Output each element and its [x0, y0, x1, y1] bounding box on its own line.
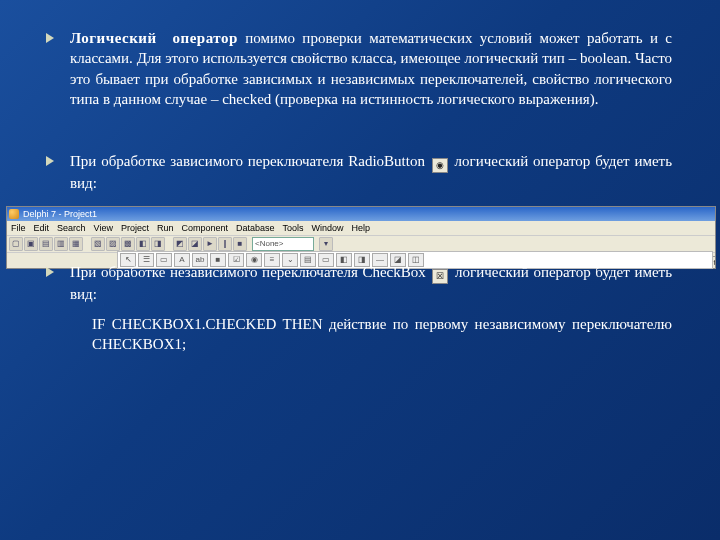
- toolbar-icon[interactable]: ◩: [173, 237, 187, 251]
- menu-database[interactable]: Database: [236, 221, 275, 235]
- menu-search[interactable]: Search: [57, 221, 86, 235]
- toolbar-icon[interactable]: ▨: [106, 237, 120, 251]
- toolbar-icon[interactable]: ‖: [218, 237, 232, 251]
- ide-menubar: FileEditSearchViewProjectRunComponentDat…: [7, 221, 715, 236]
- menu-component[interactable]: Component: [181, 221, 228, 235]
- code-line-2: IF CHECKBOX1.CHECKED THEN действие по пе…: [92, 314, 672, 355]
- radiobutton-icon: ◉: [432, 158, 448, 173]
- toolbar-icon[interactable]: ◨: [151, 237, 165, 251]
- checkbox-icon: ☒: [432, 269, 448, 284]
- toolbar-icon[interactable]: ▤: [39, 237, 53, 251]
- delphi-ide-screenshot: Delphi 7 - Project1 FileEditSearchViewPr…: [6, 206, 716, 269]
- menu-window[interactable]: Window: [312, 221, 344, 235]
- toolbar-icon[interactable]: ◧: [136, 237, 150, 251]
- menu-project[interactable]: Project: [121, 221, 149, 235]
- toolbar-icon[interactable]: ▦: [69, 237, 83, 251]
- para3-a: При обработке независимого переключателя…: [70, 264, 430, 280]
- paragraph-3: При обработке независимого переключателя…: [70, 262, 672, 304]
- menu-edit[interactable]: Edit: [34, 221, 50, 235]
- toolbar-combo[interactable]: <None>: [252, 237, 314, 251]
- toolbar-icon[interactable]: ►: [203, 237, 217, 251]
- menu-tools[interactable]: Tools: [283, 221, 304, 235]
- menu-view[interactable]: View: [94, 221, 113, 235]
- paragraph-2: При обработке зависимого переключателя R…: [70, 151, 672, 193]
- toolbar-icon[interactable]: ■: [233, 237, 247, 251]
- para2-a: При обработке зависимого переключателя R…: [70, 153, 430, 169]
- toolbar-icon[interactable]: ▢: [9, 237, 23, 251]
- toolbar-icon[interactable]: ▩: [121, 237, 135, 251]
- menu-help[interactable]: Help: [352, 221, 371, 235]
- ide-titlebar: Delphi 7 - Project1: [7, 207, 715, 221]
- toolbar-icon[interactable]: ◪: [188, 237, 202, 251]
- menu-run[interactable]: Run: [157, 221, 174, 235]
- toolbar-icon[interactable]: ▥: [54, 237, 68, 251]
- bold-term: Логический оператор: [70, 30, 238, 46]
- menu-file[interactable]: File: [11, 221, 26, 235]
- paragraph-1: Логический оператор помимо проверки мате…: [70, 28, 672, 109]
- toolbar-icon[interactable]: ▧: [91, 237, 105, 251]
- toolbar-icon[interactable]: ▣: [24, 237, 38, 251]
- combo-dropdown-icon[interactable]: ▾: [319, 237, 333, 251]
